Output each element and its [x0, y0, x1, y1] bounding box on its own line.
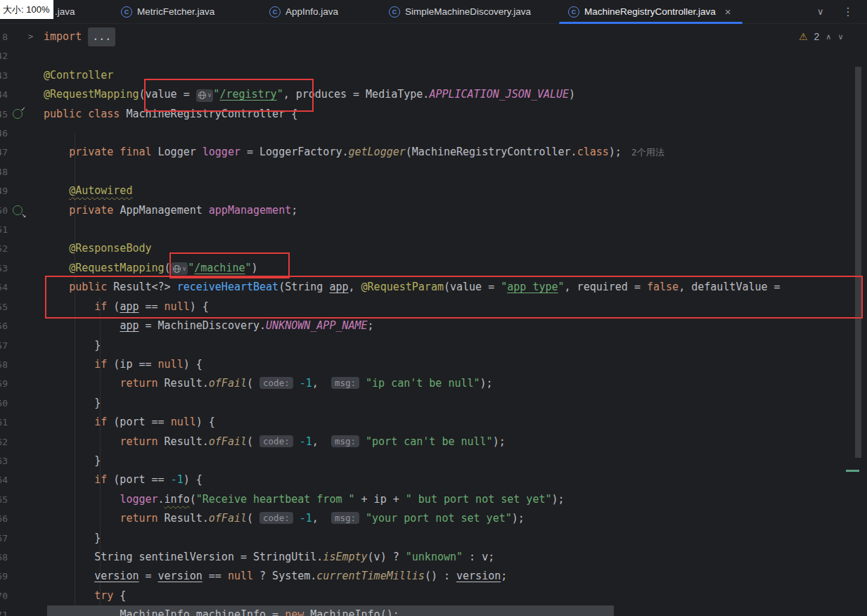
line-number: 8 — [0, 27, 8, 46]
code-line: 63 } — [0, 451, 867, 470]
tab-metricfetcher-java[interactable]: CMetricFetcher.java — [121, 0, 214, 23]
line-number: 47 — [0, 143, 8, 162]
run-test-passed-icon[interactable]: ✓ — [12, 108, 23, 120]
gutter: 69 — [0, 567, 44, 586]
code-line: 51 — [0, 220, 867, 239]
active-tab-underline — [559, 22, 743, 24]
code-line: 60 } — [0, 394, 867, 413]
close-icon[interactable]: × — [725, 6, 731, 18]
code-text: @RequestMapping(value = ∨"/registry", pr… — [44, 85, 575, 104]
tab-machineregistrycontroller-java[interactable]: CMachineRegistryController.java× — [568, 0, 731, 23]
code-text: } — [44, 529, 101, 548]
code-text: try { — [44, 586, 126, 605]
gutter: 63 — [0, 451, 44, 470]
gutter: 61 — [0, 413, 44, 432]
code-line: 8>import ... — [0, 27, 867, 46]
tab-java[interactable]: .java — [55, 0, 75, 23]
code-text: } — [44, 394, 101, 413]
line-number: 57 — [0, 336, 8, 355]
gutter: 70 — [0, 586, 44, 605]
code-text: @RequestMapping(∨"/machine") — [44, 259, 258, 278]
line-number: 70 — [0, 586, 8, 605]
tab-simplemachinediscovery-java[interactable]: CSimpleMachineDiscovery.java — [389, 0, 531, 23]
next-problem-button[interactable]: ∨ — [837, 32, 843, 41]
bean-navigate-icon[interactable]: ↘ — [12, 205, 23, 216]
code-text: public class MachineRegistryController { — [44, 105, 297, 124]
code-text: if (app == null) { — [44, 297, 209, 316]
code-line: 48 — [0, 162, 867, 181]
line-number: 64 — [0, 470, 8, 489]
line-number: 63 — [0, 451, 8, 470]
gutter: 65 — [0, 490, 44, 509]
gutter: 42 — [0, 46, 44, 65]
parameter-name-inlay-hint: msg: — [331, 435, 359, 447]
code-text: @Controller — [44, 66, 113, 85]
code-line: 47 private final Logger logger = LoggerF… — [0, 143, 867, 162]
code-line: 46 — [0, 124, 867, 143]
code-line: 54 public Result<?> receiveHeartBeat(Str… — [0, 278, 867, 297]
code-text: app = MachineDiscovery.UNKNOWN_APP_NAME; — [44, 316, 374, 335]
ide-window: .javaCMetricFetcher.javaCAppInfo.javaCSi… — [0, 0, 867, 616]
tab-label: .java — [55, 6, 75, 17]
error-stripe-mark[interactable] — [846, 470, 859, 472]
scrollbar-thumb[interactable] — [855, 67, 861, 458]
usages-inlay-hint[interactable]: 2个用法 — [631, 147, 664, 158]
parameter-name-inlay-hint: code: — [259, 435, 293, 447]
code-line: 43@Controller — [0, 66, 867, 85]
gutter: 8> — [0, 27, 44, 46]
code-text: if (ip == null) { — [44, 355, 203, 374]
url-mapping-globe-icon[interactable]: ∨ — [171, 262, 188, 275]
tab-bar: .javaCMetricFetcher.javaCAppInfo.javaCSi… — [0, 0, 867, 24]
code-line: 62 return Result.ofFail( code: -1, msg: … — [0, 432, 867, 451]
line-number: 56 — [0, 316, 8, 335]
tab-options-kebab-icon[interactable]: ⋮ — [842, 0, 854, 23]
code-line: 59 return Result.ofFail( code: -1, msg: … — [0, 374, 867, 393]
gutter: 52 — [0, 239, 44, 258]
previous-problem-button[interactable]: ∧ — [826, 32, 831, 41]
code-text: } — [44, 451, 101, 470]
line-number: 49 — [0, 181, 8, 200]
line-number: 61 — [0, 413, 8, 432]
code-text: private final Logger logger = LoggerFact… — [44, 143, 664, 162]
code-line: 69 version = version == null ? System.cu… — [0, 567, 867, 586]
code-text: import ... — [44, 27, 115, 46]
warning-count[interactable]: 2 — [814, 31, 820, 42]
code-line: 66 return Result.ofFail( code: -1, msg: … — [0, 509, 867, 528]
code-line: 64 if (port == -1) { — [0, 470, 867, 489]
line-number: 65 — [0, 490, 8, 509]
check-icon: ✓ — [21, 105, 25, 113]
url-mapping-globe-icon[interactable]: ∨ — [196, 89, 214, 102]
code-line: 67 } — [0, 529, 867, 548]
gutter: 54 — [0, 278, 44, 297]
line-number: 46 — [0, 124, 8, 143]
gutter: 67 — [0, 529, 44, 548]
gutter: 50↘ — [0, 201, 44, 220]
gutter: 58 — [0, 355, 44, 374]
gutter: 68 — [0, 548, 44, 567]
code-editor[interactable]: 8>import ...4243@Controller44@RequestMap… — [0, 23, 867, 616]
code-line: 45✓public class MachineRegistryControlle… — [0, 105, 867, 124]
line-number: 69 — [0, 567, 8, 586]
folded-imports-chip[interactable]: ... — [88, 27, 115, 46]
code-text: return Result.ofFail( code: -1, msg: "ip… — [44, 374, 493, 393]
tab-label: MetricFetcher.java — [137, 6, 214, 17]
code-text: return Result.ofFail( code: -1, msg: "yo… — [44, 509, 525, 528]
parameter-name-inlay-hint: msg: — [331, 377, 359, 389]
code-line: 52 @ResponseBody — [0, 239, 867, 258]
gutter: 55 — [0, 297, 44, 316]
code-text: logger.info("Receive heartbeat from " + … — [44, 490, 565, 509]
line-number: 55 — [0, 297, 8, 316]
parameter-name-inlay-hint: code: — [259, 512, 293, 524]
fold-arrow-icon[interactable]: > — [28, 27, 33, 46]
code-text: } — [44, 336, 101, 355]
gutter: 57 — [0, 336, 44, 355]
gutter: 47 — [0, 143, 44, 162]
tab-label: AppInfo.java — [285, 6, 338, 17]
line-number: 60 — [0, 394, 8, 413]
tab-appinfo-java[interactable]: CAppInfo.java — [269, 0, 338, 23]
gutter: 46 — [0, 124, 44, 143]
gutter: 60 — [0, 394, 44, 413]
code-text: public Result<?> receiveHeartBeat(String… — [44, 278, 781, 297]
code-text: if (port == -1) { — [44, 470, 203, 489]
tab-list-chevron-icon[interactable]: ∨ — [817, 0, 824, 23]
